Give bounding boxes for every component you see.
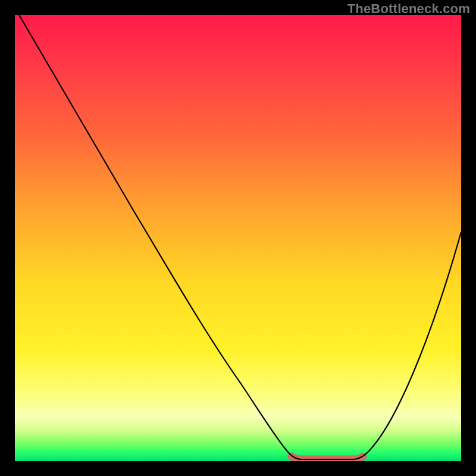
right-branch-line (354, 232, 461, 459)
left-branch-line (19, 15, 300, 459)
watermark-text: TheBottleneck.com (347, 1, 470, 17)
plot-area (15, 15, 461, 461)
chart-frame: TheBottleneck.com (0, 0, 476, 476)
curve-layer (15, 15, 461, 461)
